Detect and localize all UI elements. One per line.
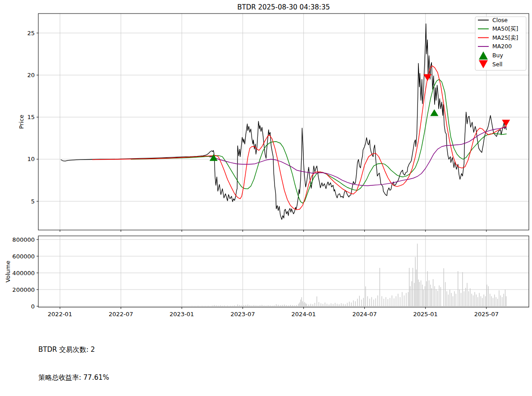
price-axis-label: Price [18, 115, 25, 129]
x-tick-label: 2024-01 [291, 311, 316, 318]
price-ytick-label: 20 [27, 72, 35, 78]
buy-marker [210, 154, 218, 161]
legend-label: Close [492, 17, 508, 23]
x-tick-label: 2023-07 [230, 311, 255, 318]
x-tick-label: 2025-07 [474, 311, 499, 318]
price-panel: 510152025Price [18, 14, 529, 232]
x-tick-label: 2024-07 [352, 311, 376, 318]
volume-ytick-label: 0 [31, 303, 35, 310]
x-tick-label: 2023-01 [170, 311, 194, 318]
x-tick-label: 2022-01 [48, 311, 72, 318]
volume-ytick-label: 600000 [12, 253, 35, 260]
volume-ytick-label: 800000 [12, 236, 35, 243]
legend-label: MA25[卖] [492, 34, 518, 41]
legend-label: Buy [492, 52, 503, 59]
price-volume-chart: BTDR 2025-08-30 04:38:35510152025PriceCl… [0, 0, 532, 320]
price-ytick-label: 10 [27, 156, 35, 162]
ma25-line [92, 66, 506, 210]
legend-label: Sell [492, 61, 503, 68]
buy-marker [430, 109, 438, 116]
volume-panel: 02000004000006000008000002022-012022-072… [5, 236, 529, 318]
volume-ytick-label: 400000 [12, 270, 35, 276]
chart-title: BTDR 2025-08-30 04:38:35 [237, 3, 330, 11]
legend-label: MA50[买] [492, 25, 518, 32]
legend-label: MA200 [492, 43, 512, 50]
price-ytick-label: 25 [27, 30, 35, 37]
x-tick-label: 2025-01 [413, 311, 438, 318]
figure: BTDR 2025-08-30 04:38:35510152025PriceCl… [0, 0, 532, 396]
volume-axis-label: Volume [5, 261, 11, 282]
x-tick-label: 2022-07 [109, 311, 133, 318]
price-ytick-label: 15 [27, 114, 35, 120]
legend: CloseMA50[买]MA25[卖]MA200BuySell [475, 17, 526, 71]
close-line [61, 24, 506, 220]
price-ytick-label: 5 [31, 198, 35, 205]
stat-trade-count: BTDR 交易次数: 2 [38, 345, 261, 355]
ma50-line [131, 79, 507, 203]
stat-strategy-return: 策略总收益率: 77.61% [38, 373, 261, 382]
volume-ytick-label: 200000 [12, 286, 35, 293]
ma200-line [210, 127, 506, 186]
stats-block: BTDR 交易次数: 2 策略总收益率: 77.61% 长期持有收益: 40.1… [38, 327, 261, 396]
